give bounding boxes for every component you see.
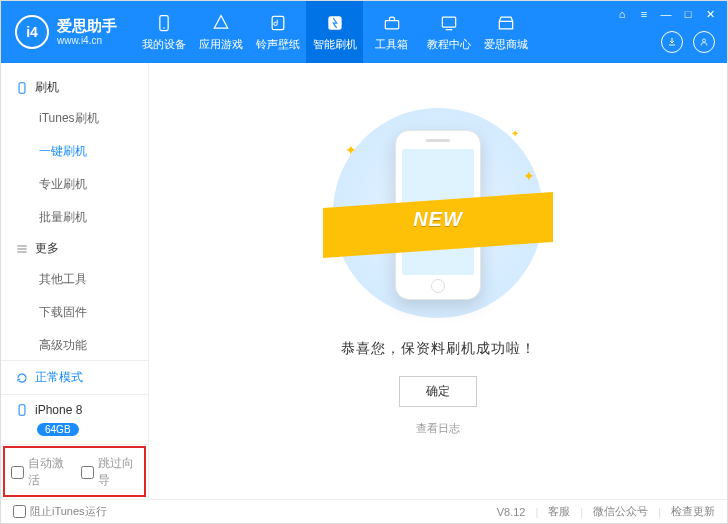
device-icon xyxy=(154,13,174,33)
divider: | xyxy=(580,506,583,518)
nav-ringtone[interactable]: 铃声壁纸 xyxy=(249,1,306,63)
group-title: 更多 xyxy=(35,240,59,257)
svg-rect-4 xyxy=(385,20,398,28)
brand-name: 爱思助手 xyxy=(57,17,117,35)
support-link[interactable]: 客服 xyxy=(548,504,570,519)
sparkle-icon: ✦ xyxy=(345,142,357,158)
device-name: iPhone 8 xyxy=(35,403,82,417)
menu-icon[interactable]: ≡ xyxy=(637,7,651,21)
list-icon xyxy=(15,242,29,256)
sparkle-icon: ✦ xyxy=(511,128,519,139)
ribbon-text: NEW xyxy=(333,208,543,231)
divider: | xyxy=(658,506,661,518)
success-message: 恭喜您，保资料刷机成功啦！ xyxy=(341,340,536,358)
mode-label: 正常模式 xyxy=(35,369,83,386)
app-header: i4 爱思助手 www.i4.cn 我的设备 应用游戏 铃声壁纸 智能刷机 xyxy=(1,1,727,63)
music-icon xyxy=(268,13,288,33)
nav-label: 爱思商城 xyxy=(484,37,528,52)
status-bar: 阻止iTunes运行 V8.12 | 客服 | 微信公众号 | 检查更新 xyxy=(1,499,727,523)
divider: | xyxy=(535,506,538,518)
svg-point-1 xyxy=(163,27,165,29)
block-itunes-checkbox[interactable]: 阻止iTunes运行 xyxy=(13,504,107,519)
nav-label: 工具箱 xyxy=(375,37,408,52)
storage-badge: 64GB xyxy=(37,423,79,436)
close-button[interactable]: ✕ xyxy=(703,7,717,21)
nav-my-device[interactable]: 我的设备 xyxy=(135,1,192,63)
nav-label: 铃声壁纸 xyxy=(256,37,300,52)
sidebar-group-flash: 刷机 xyxy=(1,73,148,102)
sidebar-item-onekey[interactable]: 一键刷机 xyxy=(1,135,148,168)
minimize-button[interactable]: — xyxy=(659,7,673,21)
svg-point-7 xyxy=(703,39,706,42)
nav-label: 智能刷机 xyxy=(313,37,357,52)
sidebar-item-other[interactable]: 其他工具 xyxy=(1,263,148,296)
sidebar-item-advanced[interactable]: 高级功能 xyxy=(1,329,148,360)
svg-rect-9 xyxy=(19,405,25,416)
update-link[interactable]: 检查更新 xyxy=(671,504,715,519)
success-illustration: NEW ✦ ✦ ✦ xyxy=(333,108,543,318)
flash-options: 自动激活 跳过向导 xyxy=(1,444,148,499)
toolbox-icon xyxy=(382,13,402,33)
phone-icon xyxy=(15,81,29,95)
svg-rect-8 xyxy=(19,82,25,93)
wechat-link[interactable]: 微信公众号 xyxy=(593,504,648,519)
header-side-icons xyxy=(661,31,715,53)
svg-rect-6 xyxy=(499,21,512,29)
nav-label: 应用游戏 xyxy=(199,37,243,52)
nav-label: 教程中心 xyxy=(427,37,471,52)
refresh-icon xyxy=(15,371,29,385)
block-itunes-input[interactable] xyxy=(13,505,26,518)
tutorial-icon xyxy=(439,13,459,33)
device-mode[interactable]: 正常模式 xyxy=(1,360,148,394)
skip-guide-checkbox[interactable]: 跳过向导 xyxy=(81,455,139,489)
cart-icon[interactable]: ⌂ xyxy=(615,7,629,21)
device-info[interactable]: iPhone 8 64GB xyxy=(1,394,148,444)
sidebar-item-download[interactable]: 下载固件 xyxy=(1,296,148,329)
nav-apps[interactable]: 应用游戏 xyxy=(192,1,249,63)
device-icon xyxy=(15,403,29,417)
download-icon[interactable] xyxy=(661,31,683,53)
nav-flash[interactable]: 智能刷机 xyxy=(306,1,363,63)
logo-icon: i4 xyxy=(15,15,49,49)
block-itunes-label: 阻止iTunes运行 xyxy=(30,504,107,519)
window-controls: ⌂ ≡ — □ ✕ xyxy=(615,7,717,21)
nav-toolbox[interactable]: 工具箱 xyxy=(363,1,420,63)
brand-url: www.i4.cn xyxy=(57,35,117,47)
sparkle-icon: ✦ xyxy=(523,168,535,184)
sidebar: 刷机 iTunes刷机 一键刷机 专业刷机 批量刷机 更多 其他工具 下载固件 … xyxy=(1,63,149,499)
logo: i4 爱思助手 www.i4.cn xyxy=(15,15,117,49)
apps-icon xyxy=(211,13,231,33)
user-icon[interactable] xyxy=(693,31,715,53)
confirm-button[interactable]: 确定 xyxy=(399,376,477,407)
main-content: NEW ✦ ✦ ✦ 恭喜您，保资料刷机成功啦！ 确定 查看日志 xyxy=(149,63,727,499)
auto-activate-input[interactable] xyxy=(11,466,24,479)
maximize-button[interactable]: □ xyxy=(681,7,695,21)
nav-store[interactable]: 爱思商城 xyxy=(477,1,534,63)
option-label: 自动激活 xyxy=(28,455,69,489)
auto-activate-checkbox[interactable]: 自动激活 xyxy=(11,455,69,489)
sidebar-item-pro[interactable]: 专业刷机 xyxy=(1,168,148,201)
top-nav: 我的设备 应用游戏 铃声壁纸 智能刷机 工具箱 教程中心 xyxy=(135,1,534,63)
nav-tutorial[interactable]: 教程中心 xyxy=(420,1,477,63)
flash-icon xyxy=(325,13,345,33)
group-title: 刷机 xyxy=(35,79,59,96)
store-icon xyxy=(496,13,516,33)
sidebar-item-batch[interactable]: 批量刷机 xyxy=(1,201,148,234)
svg-rect-5 xyxy=(442,17,455,27)
view-log-link[interactable]: 查看日志 xyxy=(416,421,460,436)
nav-label: 我的设备 xyxy=(142,37,186,52)
skip-guide-input[interactable] xyxy=(81,466,94,479)
version-label: V8.12 xyxy=(497,506,526,518)
sidebar-item-itunes[interactable]: iTunes刷机 xyxy=(1,102,148,135)
option-label: 跳过向导 xyxy=(98,455,139,489)
sidebar-group-more: 更多 xyxy=(1,234,148,263)
